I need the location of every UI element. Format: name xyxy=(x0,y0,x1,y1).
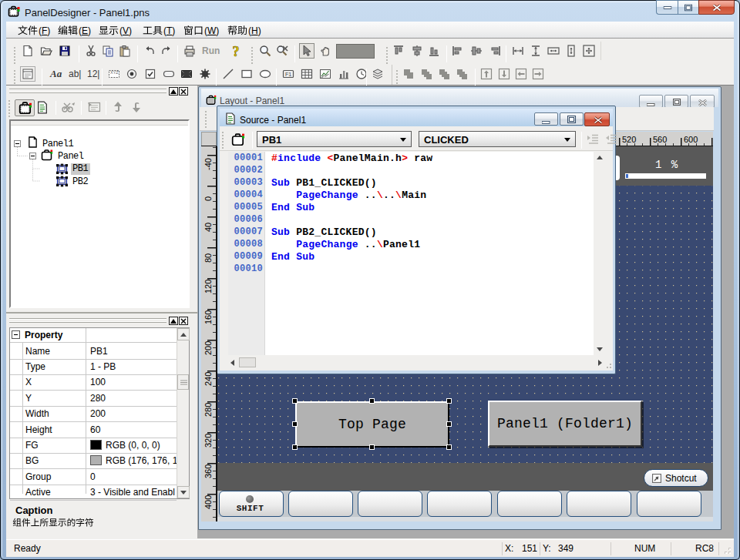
svg-text:F1: F1 xyxy=(285,72,291,77)
svg-text:XYZ: XYZ xyxy=(110,70,119,75)
svg-text:520: 520 xyxy=(622,135,636,144)
svg-text:?: ? xyxy=(233,45,240,57)
svg-text:600: 600 xyxy=(684,135,698,144)
svg-text:Aa: Aa xyxy=(49,68,62,79)
svg-text:560: 560 xyxy=(653,135,667,144)
svg-text:12|: 12| xyxy=(87,69,99,79)
svg-text:ab|: ab| xyxy=(69,69,81,79)
